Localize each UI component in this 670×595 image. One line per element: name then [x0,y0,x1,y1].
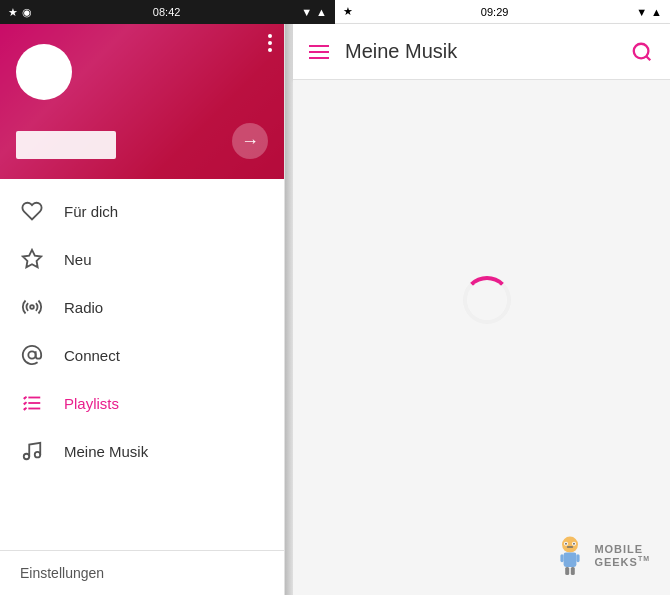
settings-row[interactable]: Einstellungen [0,550,284,595]
loading-spinner [463,276,511,324]
left-status-bar: ★ ◉ 08:42 ▼ ▲ [0,0,335,24]
dot-3 [268,48,272,52]
bluetooth-icon-left: ★ [8,6,18,19]
sidebar-item-playlists[interactable]: Playlists [0,379,284,427]
status-bars: ★ ◉ 08:42 ▼ ▲ ★ 09:29 ▼ ▲ [0,0,670,24]
wifi-icon-left: ▼ [301,6,312,18]
content-area: MOBILE GEEKSTM [293,80,670,595]
sidebar-label-connect: Connect [64,347,120,364]
settings-label: Einstellungen [20,565,104,581]
svg-point-8 [634,43,649,58]
sidebar-label-playlists: Playlists [64,395,119,412]
at-icon [20,343,44,367]
mobile-geeks-icon-right [550,535,590,575]
avatar [16,44,72,100]
hamburger-line-3 [309,57,329,59]
right-status-bar: ★ 09:29 ▼ ▲ [335,0,670,24]
playlist-icon [20,391,44,415]
shield-icon-left: ◉ [22,6,32,19]
hero-text-box [16,131,116,159]
svg-point-13 [565,543,567,545]
signal-icon-right: ▲ [651,6,662,18]
left-time: 08:42 [153,6,181,18]
svg-point-6 [24,454,30,460]
radio-icon [20,295,44,319]
sidebar-item-neu[interactable]: Neu [0,235,284,283]
sidebar-item-fur-dich[interactable]: Für dich [0,187,284,235]
search-button[interactable] [630,40,654,64]
hero-banner: → [0,24,284,179]
svg-rect-18 [566,567,570,575]
hamburger-line-1 [309,45,329,47]
left-signal-icons: ▼ ▲ [301,6,327,18]
svg-rect-19 [571,567,575,575]
sidebar-label-radio: Radio [64,299,103,316]
svg-rect-10 [564,553,577,567]
bluetooth-icon-right: ★ [343,5,353,18]
signal-icon-left: ▲ [316,6,327,18]
drawer-panel: → Für dich [0,24,285,595]
svg-point-7 [35,452,41,458]
wifi-icon-right: ▼ [636,6,647,18]
watermark-right: MOBILE GEEKSTM [550,535,650,575]
sidebar-item-meine-musik[interactable]: Meine Musik [0,427,284,475]
svg-marker-0 [23,250,41,267]
sidebar-label-neu: Neu [64,251,92,268]
right-time: 09:29 [481,6,509,18]
watermark-text-right: MOBILE GEEKSTM [594,543,650,568]
heart-icon [20,199,44,223]
star-icon [20,247,44,271]
hamburger-line-2 [309,51,329,53]
sidebar-label-meine-musik: Meine Musik [64,443,148,460]
right-left-icons: ★ [343,5,353,18]
page-title: Meine Musik [345,40,614,63]
svg-rect-16 [561,554,564,562]
music-note-icon [20,439,44,463]
watermark-container-right: MOBILE GEEKSTM [550,535,650,575]
sidebar-item-radio[interactable]: Radio [0,283,284,331]
dot-2 [268,41,272,45]
dot-1 [268,34,272,38]
svg-point-2 [28,351,35,358]
main-content: → Für dich [0,24,670,595]
nav-menu: Für dich Neu Radio [0,179,284,550]
more-menu-button[interactable] [268,34,272,52]
svg-rect-17 [577,554,580,562]
hero-arrow-button[interactable]: → [232,123,268,159]
panel-divider [285,24,293,595]
right-signal-icons: ▼ ▲ [636,6,662,18]
app-bar: Meine Musik [293,24,670,80]
hamburger-menu-button[interactable] [309,45,329,59]
sidebar-item-connect[interactable]: Connect [0,331,284,379]
svg-rect-15 [567,546,573,548]
svg-point-1 [30,305,34,309]
sidebar-label-fur-dich: Für dich [64,203,118,220]
svg-point-14 [573,543,575,545]
left-status-icons: ★ ◉ [8,6,32,19]
right-panel: Meine Musik [293,24,670,595]
